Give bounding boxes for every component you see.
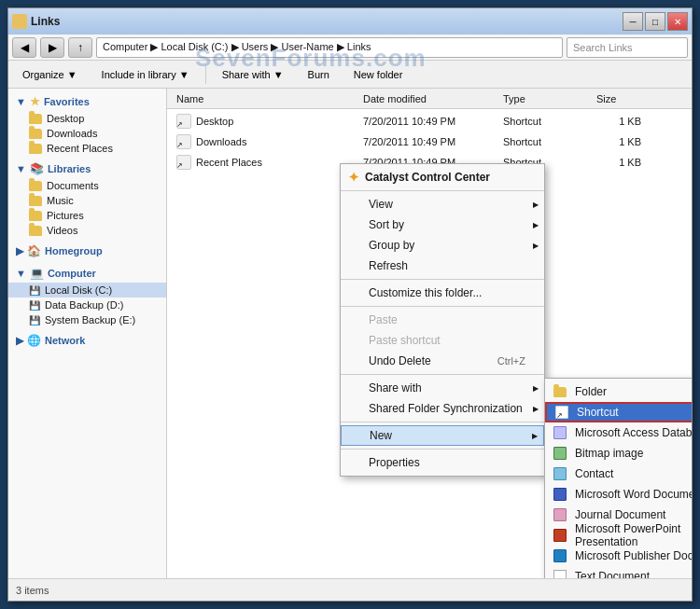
share-with-button[interactable]: Share with ▼ <box>214 63 292 86</box>
favorites-icon: ★ <box>30 95 40 108</box>
file-type-downloads: Shortcut <box>497 136 591 147</box>
include-library-button[interactable]: Include in library ▼ <box>93 63 198 86</box>
sidebar-item-local-disk[interactable]: 💾 Local Disk (C:) <box>8 283 166 298</box>
ctx-group-by[interactable]: Group by <box>341 235 544 256</box>
ctx-sep-1 <box>341 190 544 191</box>
ctx-paste: Paste <box>341 310 544 330</box>
search-box[interactable]: Search Links <box>567 37 688 58</box>
table-row[interactable]: Desktop 7/20/2011 10:49 PM Shortcut 1 KB <box>167 111 692 131</box>
text-doc-icon <box>553 569 567 578</box>
homegroup-expand-icon: ▶ <box>16 245 23 257</box>
ctx-refresh[interactable]: Refresh <box>341 256 544 276</box>
shortcut-sub-icon <box>554 405 569 420</box>
ctx-sort-by[interactable]: Sort by <box>341 215 544 235</box>
ctx-new[interactable]: New <box>341 425 544 446</box>
file-name-recent-places: Recent Places <box>171 155 357 170</box>
local-disk-icon: 💾 <box>29 285 40 296</box>
file-date-desktop: 7/20/2011 10:49 PM <box>357 116 497 127</box>
ctx-shared-folder-sync[interactable]: Shared Folder Synchronization <box>341 398 544 419</box>
ctx-customize[interactable]: Customize this folder... <box>341 283 544 303</box>
back-button[interactable]: ◀ <box>12 37 36 58</box>
ctx-catalyst[interactable]: ✦ Catalyst Control Center <box>341 167 544 187</box>
libraries-header[interactable]: ▼ 📚 Libraries <box>8 159 166 178</box>
forward-button[interactable]: ▶ <box>40 37 64 58</box>
sub-item-bitmap[interactable]: Bitmap image <box>545 443 692 464</box>
file-date-downloads: 7/20/2011 10:49 PM <box>357 136 497 147</box>
col-date[interactable]: Date modified <box>357 93 497 104</box>
item-count: 3 items <box>16 585 49 596</box>
file-type-desktop: Shortcut <box>497 116 591 127</box>
network-expand-icon: ▶ <box>16 335 23 347</box>
title-bar-buttons: ─ □ ✕ <box>623 12 688 31</box>
address-path[interactable]: Computer ▶ Local Disk (C:) ▶ Users ▶ Use… <box>96 37 563 58</box>
ctx-share-with[interactable]: Share with <box>341 378 544 398</box>
col-name[interactable]: Name <box>171 93 357 104</box>
libraries-section: ▼ 📚 Libraries Documents Music Pictures <box>8 159 166 238</box>
close-button[interactable]: ✕ <box>667 12 688 31</box>
favorites-expand-icon: ▼ <box>16 96 26 107</box>
search-placeholder: Search Links <box>573 42 633 53</box>
ctx-undo-label: Undo Delete <box>369 354 431 367</box>
up-button[interactable]: ↑ <box>68 37 92 58</box>
sidebar-item-documents[interactable]: Documents <box>8 178 166 193</box>
sub-item-access-db[interactable]: Microsoft Access Database <box>545 422 692 443</box>
maximize-button[interactable]: □ <box>645 12 665 31</box>
explorer-window: Links ─ □ ✕ ◀ ▶ ↑ Computer ▶ Local Disk … <box>7 7 693 602</box>
col-size[interactable]: Size <box>591 93 647 104</box>
window-icon <box>12 14 27 29</box>
sub-item-shortcut[interactable]: Shortcut <box>545 402 692 422</box>
ctx-sep-3 <box>341 306 544 307</box>
organize-button[interactable]: Organize ▼ <box>14 63 86 86</box>
network-header[interactable]: ▶ 🌐 Network <box>8 331 166 350</box>
libraries-icon: 📚 <box>30 162 44 175</box>
sidebar-item-pictures[interactable]: Pictures <box>8 208 166 223</box>
folder-sub-icon <box>553 384 567 399</box>
sub-menu-new: Folder Shortcut Microsoft Access Databas… <box>544 378 692 578</box>
ctx-undo-delete[interactable]: Undo Delete Ctrl+Z <box>341 351 544 371</box>
favorites-header[interactable]: ▼ ★ Favorites <box>8 92 166 111</box>
sidebar-item-desktop[interactable]: Desktop <box>8 111 166 126</box>
sidebar-item-downloads[interactable]: Downloads <box>8 126 166 141</box>
ctx-sep-5 <box>341 422 544 422</box>
sub-item-word-doc[interactable]: Microsoft Word Document <box>545 484 692 505</box>
address-bar: ◀ ▶ ↑ Computer ▶ Local Disk (C:) ▶ Users… <box>8 35 692 61</box>
network-label: Network <box>45 335 85 346</box>
homegroup-header[interactable]: ▶ 🏠 Homegroup <box>8 242 166 260</box>
homegroup-label: Homegroup <box>45 245 103 256</box>
burn-button[interactable]: Burn <box>300 63 338 86</box>
sub-item-text-doc[interactable]: Text Document <box>545 566 692 578</box>
bitmap-icon <box>553 446 567 461</box>
main-area: ▼ ★ Favorites Desktop Downloads Recent P… <box>8 89 692 578</box>
ctx-paste-shortcut: Paste shortcut <box>341 330 544 351</box>
file-size-recent-places: 1 KB <box>591 157 647 168</box>
network-section: ▶ 🌐 Network <box>8 331 166 350</box>
ctx-properties[interactable]: Properties <box>341 452 544 473</box>
table-row[interactable]: Downloads 7/20/2011 10:49 PM Shortcut 1 … <box>167 131 692 152</box>
ctx-sep-6 <box>341 449 544 450</box>
file-size-desktop: 1 KB <box>591 116 647 127</box>
sidebar-item-data-backup[interactable]: 💾 Data Backup (D:) <box>8 298 166 312</box>
new-folder-button[interactable]: New folder <box>345 63 412 86</box>
sub-item-powerpoint[interactable]: Microsoft PowerPoint Presentation <box>545 525 692 546</box>
minimize-button[interactable]: ─ <box>623 12 643 31</box>
sidebar-item-music[interactable]: Music <box>8 193 166 208</box>
computer-header[interactable]: ▼ 💻 Computer <box>8 264 166 283</box>
pictures-icon <box>29 211 42 221</box>
ctx-sep-4 <box>341 374 544 375</box>
sidebar-item-system-backup[interactable]: 💾 System Backup (E:) <box>8 312 166 327</box>
sidebar-item-videos[interactable]: Videos <box>8 223 166 238</box>
col-type[interactable]: Type <box>497 93 591 104</box>
sub-item-publisher[interactable]: Microsoft Publisher Document <box>545 546 692 566</box>
desktop-shortcut-icon <box>176 114 191 129</box>
sub-item-contact[interactable]: Contact <box>545 464 692 484</box>
desktop-folder-icon <box>29 114 42 124</box>
sub-item-folder[interactable]: Folder <box>545 381 692 402</box>
computer-label: Computer <box>48 268 96 279</box>
context-menu: ✦ Catalyst Control Center View Sort by G… <box>340 163 545 477</box>
recent-places-folder-icon <box>29 144 42 154</box>
ctx-undo-shortcut: Ctrl+Z <box>497 355 525 367</box>
network-icon: 🌐 <box>27 334 41 347</box>
system-backup-icon: 💾 <box>29 315 40 325</box>
ctx-view[interactable]: View <box>341 194 544 215</box>
sidebar-item-recent-places[interactable]: Recent Places <box>8 141 166 156</box>
